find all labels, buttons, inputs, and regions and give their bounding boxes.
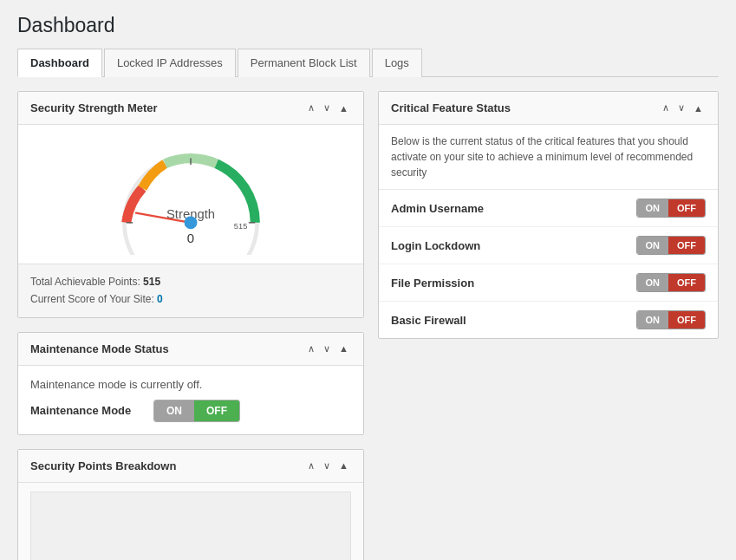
security-strength-card: Security Strength Meter ∧ ∨ ▲ (17, 91, 364, 318)
feature-off-btn-0[interactable]: OFF (668, 199, 705, 217)
security-breakdown-card: Security Points Breakdown ∧ ∨ ▲ (17, 449, 364, 560)
critical-expand-btn[interactable]: ▲ (691, 101, 706, 115)
feature-name-1: Login Lockdown (391, 239, 480, 252)
breakdown-collapse-up-btn[interactable]: ∧ (305, 459, 317, 473)
current-score-value: 0 (157, 293, 163, 305)
collapse-up-btn[interactable]: ∧ (305, 101, 317, 115)
security-strength-controls: ∧ ∨ ▲ (305, 101, 351, 115)
maintenance-toggle-switch[interactable]: ON OFF (153, 400, 240, 422)
feature-row: Admin UsernameONOFF (379, 190, 718, 227)
tab-locked-ip[interactable]: Locked IP Addresses (104, 49, 236, 77)
critical-feature-header: Critical Feature Status ∧ ∨ ▲ (379, 92, 718, 125)
maint-collapse-up-btn[interactable]: ∧ (305, 342, 317, 356)
tab-dashboard[interactable]: Dashboard (17, 49, 102, 77)
feature-name-0: Admin Username (391, 202, 484, 215)
tab-permanent-block[interactable]: Permanent Block List (238, 49, 370, 77)
breakdown-expand-btn[interactable]: ▲ (336, 459, 351, 473)
security-breakdown-title: Security Points Breakdown (30, 459, 176, 472)
current-score-line: Current Score of Your Site: 0 (30, 290, 351, 308)
right-column: Critical Feature Status ∧ ∨ ▲ Below is t… (378, 91, 719, 560)
feature-off-btn-2[interactable]: OFF (668, 274, 705, 291)
critical-collapse-up-btn[interactable]: ∧ (660, 101, 672, 115)
main-layout: Security Strength Meter ∧ ∨ ▲ (17, 91, 719, 560)
feature-off-btn-1[interactable]: OFF (668, 237, 705, 254)
maint-expand-btn[interactable]: ▲ (336, 342, 351, 356)
security-breakdown-header: Security Points Breakdown ∧ ∨ ▲ (18, 450, 363, 483)
feature-row: File PermissionONOFF (379, 264, 718, 302)
maintenance-controls: ∧ ∨ ▲ (305, 342, 351, 356)
breakdown-placeholder (30, 492, 351, 560)
feature-rows-container: Admin UsernameONOFFLogin LockdownONOFFFi… (379, 190, 718, 338)
breakdown-body (18, 483, 363, 560)
feature-on-btn-3[interactable]: ON (637, 311, 669, 329)
breakdown-controls: ∧ ∨ ▲ (305, 459, 351, 473)
critical-collapse-down-btn[interactable]: ∨ (675, 101, 687, 115)
critical-description: Below is the current status of the criti… (379, 125, 718, 190)
svg-text:0: 0 (187, 231, 194, 245)
maintenance-body: Maintenance mode is currently off. Maint… (18, 366, 363, 434)
feature-on-btn-1[interactable]: ON (637, 237, 669, 254)
critical-feature-title: Critical Feature Status (391, 101, 511, 114)
feature-name-2: File Permission (391, 277, 474, 290)
critical-controls: ∧ ∨ ▲ (660, 101, 706, 115)
feature-on-btn-0[interactable]: ON (637, 199, 669, 217)
gauge-svg: Strength 0 515 (104, 142, 277, 255)
maintenance-off-btn[interactable]: OFF (194, 400, 239, 421)
maintenance-toggle-row: Maintenance Mode ON OFF (30, 400, 351, 422)
maintenance-on-btn[interactable]: ON (154, 400, 194, 421)
tabs-nav: Dashboard Locked IP Addresses Permanent … (17, 48, 719, 77)
feature-toggle-2[interactable]: ONOFF (636, 273, 707, 292)
gauge-container: Strength 0 515 (18, 125, 363, 264)
maintenance-mode-title: Maintenance Mode Status (30, 342, 169, 355)
maintenance-description: Maintenance mode is currently off. (30, 378, 351, 391)
feature-row: Basic FirewallONOFF (379, 302, 718, 338)
maint-collapse-down-btn[interactable]: ∨ (321, 342, 333, 356)
feature-off-btn-3[interactable]: OFF (668, 311, 705, 329)
page-title: Dashboard (17, 14, 719, 37)
feature-toggle-3[interactable]: ONOFF (636, 310, 707, 329)
maintenance-toggle-label: Maintenance Mode (30, 404, 143, 417)
security-strength-title: Security Strength Meter (30, 101, 158, 114)
svg-point-8 (185, 216, 198, 229)
current-score-prefix: Current Score of Your Site: (30, 293, 157, 305)
security-strength-header: Security Strength Meter ∧ ∨ ▲ (18, 92, 363, 125)
feature-on-btn-2[interactable]: ON (637, 274, 669, 291)
critical-feature-card: Critical Feature Status ∧ ∨ ▲ Below is t… (378, 91, 719, 339)
breakdown-collapse-down-btn[interactable]: ∨ (321, 459, 333, 473)
feature-toggle-1[interactable]: ONOFF (636, 236, 707, 255)
feature-name-3: Basic Firewall (391, 314, 466, 327)
feature-toggle-0[interactable]: ONOFF (636, 199, 707, 218)
maintenance-mode-card: Maintenance Mode Status ∧ ∨ ▲ Maintenanc… (17, 332, 364, 435)
expand-btn[interactable]: ▲ (336, 101, 351, 115)
feature-row: Login LockdownONOFF (379, 227, 718, 264)
tab-logs[interactable]: Logs (372, 49, 422, 77)
svg-text:515: 515 (234, 222, 247, 231)
total-points-line: Total Achievable Points: 515 (30, 273, 351, 290)
total-points-prefix: Total Achievable Points: (30, 276, 143, 288)
collapse-down-btn[interactable]: ∨ (321, 101, 333, 115)
stats-bar: Total Achievable Points: 515 Current Sco… (18, 264, 363, 317)
maintenance-mode-header: Maintenance Mode Status ∧ ∨ ▲ (18, 333, 363, 366)
total-points-value: 515 (143, 276, 160, 288)
left-column: Security Strength Meter ∧ ∨ ▲ (17, 91, 364, 560)
